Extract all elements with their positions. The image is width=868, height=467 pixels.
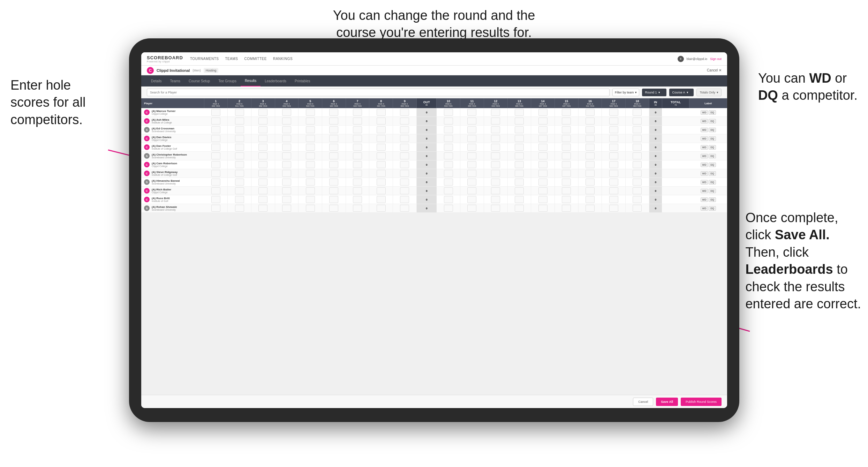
score-input-h13[interactable] (515, 144, 524, 151)
score-input-h4[interactable] (282, 126, 291, 133)
score-input-h9[interactable] (400, 161, 409, 168)
score-hole-3-row-11[interactable] (251, 204, 275, 213)
score-input-h4[interactable] (282, 109, 291, 116)
score-hole-12-row-5[interactable] (484, 152, 507, 160)
score-hole-1-row-7[interactable] (204, 169, 228, 178)
score-hole-14-row-0[interactable] (531, 108, 555, 117)
score-hole-4-row-1[interactable] (275, 117, 299, 126)
dq-button-row-0[interactable]: DQ (709, 110, 716, 115)
score-input-h17[interactable] (609, 205, 618, 212)
score-hole-15-row-0[interactable] (554, 108, 578, 117)
score-input-h5[interactable] (306, 170, 315, 177)
score-input-h7[interactable] (353, 196, 362, 203)
score-hole-1-row-1[interactable] (204, 117, 228, 126)
score-hole-6-row-6[interactable] (322, 160, 346, 169)
score-hole-8-row-11[interactable] (369, 204, 393, 213)
score-input-h17[interactable] (609, 196, 618, 203)
score-input-h6[interactable] (329, 109, 338, 116)
score-input-h5[interactable] (306, 152, 315, 159)
score-hole-1-row-6[interactable] (204, 160, 228, 169)
score-hole-8-row-4[interactable] (369, 143, 393, 152)
save-all-button[interactable]: Save All (656, 398, 678, 406)
score-hole-15-row-5[interactable] (554, 152, 578, 160)
score-input-h14[interactable] (538, 187, 548, 194)
score-input-h14[interactable] (538, 109, 548, 116)
wd-button-row-1[interactable]: WD (701, 119, 708, 123)
score-input-h18[interactable] (633, 196, 642, 203)
dq-button-row-10[interactable]: DQ (709, 197, 716, 202)
score-hole-16-row-0[interactable] (578, 108, 602, 117)
score-hole-1-row-0[interactable] (204, 108, 228, 117)
score-hole-14-row-2[interactable] (531, 126, 555, 134)
score-hole-10-row-1[interactable] (437, 117, 460, 126)
score-hole-14-row-10[interactable] (531, 195, 555, 204)
score-input-h16[interactable] (586, 118, 595, 125)
score-hole-5-row-7[interactable] (299, 169, 322, 178)
score-input-h11[interactable] (467, 205, 476, 212)
score-input-h9[interactable] (400, 179, 409, 186)
score-input-h16[interactable] (586, 161, 595, 168)
score-hole-13-row-5[interactable] (507, 152, 531, 160)
score-hole-3-row-4[interactable] (251, 143, 275, 152)
score-input-h12[interactable] (491, 126, 500, 133)
score-input-h9[interactable] (400, 109, 409, 116)
score-input-h16[interactable] (586, 196, 595, 203)
score-input-h3[interactable] (258, 205, 267, 212)
score-hole-2-row-11[interactable] (228, 204, 251, 213)
tab-details[interactable]: Details (147, 75, 166, 86)
score-input-h6[interactable] (329, 196, 338, 203)
score-hole-16-row-8[interactable] (578, 178, 602, 187)
score-hole-6-row-7[interactable] (322, 169, 346, 178)
score-input-h12[interactable] (491, 118, 500, 125)
score-hole-15-row-4[interactable] (554, 143, 578, 152)
wd-button-row-6[interactable]: WD (701, 163, 708, 167)
score-input-h3[interactable] (258, 196, 267, 203)
score-hole-4-row-6[interactable] (275, 160, 299, 169)
score-hole-3-row-9[interactable] (251, 187, 275, 195)
score-input-h7[interactable] (353, 152, 362, 159)
score-input-h1[interactable] (211, 179, 220, 186)
score-input-h5[interactable] (306, 144, 315, 151)
score-hole-13-row-9[interactable] (507, 187, 531, 195)
score-hole-8-row-6[interactable] (369, 160, 393, 169)
score-hole-18-row-4[interactable] (626, 143, 649, 152)
score-hole-13-row-11[interactable] (507, 204, 531, 213)
score-hole-2-row-0[interactable] (228, 108, 251, 117)
score-input-h8[interactable] (377, 179, 386, 186)
score-hole-13-row-4[interactable] (507, 143, 531, 152)
score-input-h4[interactable] (282, 187, 291, 194)
score-hole-14-row-11[interactable] (531, 204, 555, 213)
score-hole-6-row-8[interactable] (322, 178, 346, 187)
score-hole-10-row-9[interactable] (437, 187, 460, 195)
score-hole-18-row-1[interactable] (626, 117, 649, 126)
score-hole-14-row-7[interactable] (531, 169, 555, 178)
score-hole-6-row-10[interactable] (322, 195, 346, 204)
score-input-h1[interactable] (211, 135, 220, 142)
score-input-h14[interactable] (538, 179, 548, 186)
score-input-h12[interactable] (491, 135, 500, 142)
score-hole-8-row-1[interactable] (369, 117, 393, 126)
score-hole-12-row-4[interactable] (484, 143, 507, 152)
score-hole-11-row-4[interactable] (460, 143, 484, 152)
score-input-h10[interactable] (444, 179, 453, 186)
score-hole-6-row-0[interactable] (322, 108, 346, 117)
score-input-h13[interactable] (515, 109, 524, 116)
score-hole-4-row-10[interactable] (275, 195, 299, 204)
wd-button-row-8[interactable]: WD (701, 180, 708, 184)
score-input-h7[interactable] (353, 144, 362, 151)
score-input-h11[interactable] (467, 126, 476, 133)
score-hole-17-row-1[interactable] (602, 117, 626, 126)
filter-by-team-select[interactable]: Filter by team ▾ (612, 89, 640, 96)
score-hole-9-row-8[interactable] (393, 178, 417, 187)
score-hole-2-row-8[interactable] (228, 178, 251, 187)
wd-button-row-5[interactable]: WD (701, 154, 708, 158)
score-hole-7-row-0[interactable] (346, 108, 369, 117)
score-hole-8-row-8[interactable] (369, 178, 393, 187)
score-input-h14[interactable] (538, 118, 548, 125)
score-input-h4[interactable] (282, 170, 291, 177)
score-hole-11-row-8[interactable] (460, 178, 484, 187)
score-hole-11-row-1[interactable] (460, 117, 484, 126)
score-hole-15-row-7[interactable] (554, 169, 578, 178)
score-hole-15-row-10[interactable] (554, 195, 578, 204)
score-input-h16[interactable] (586, 205, 595, 212)
